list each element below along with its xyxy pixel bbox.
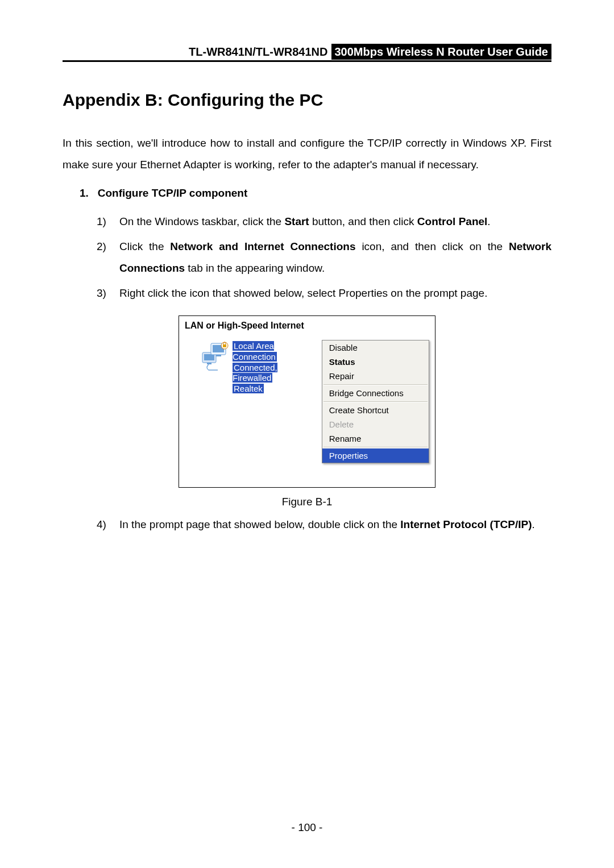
appendix-title: Appendix B: Configuring the PC [63,90,551,110]
xp-conn-adapter: Realtek [233,384,264,393]
intro-paragraph: In this section, we'll introduce how to … [63,132,551,176]
xp-panel-title: LAN or High-Speed Internet [185,321,429,331]
menu-repair[interactable]: Repair [322,369,429,383]
svg-rect-7 [223,344,226,347]
menu-separator [323,401,428,402]
svg-rect-5 [216,355,221,356]
menu-status[interactable]: Status [322,355,429,369]
figure-b1: LAN or High-Speed Internet [63,315,551,508]
step-1-number: 1) [97,211,106,232]
step-4: 4) In the prompt page that showed below,… [97,514,551,535]
xp-panel: LAN or High-Speed Internet [179,315,435,488]
xp-conn-status: Connected, Firewalled [233,363,277,383]
step-1-text: On the Windows taskbar, click the Start … [119,215,491,227]
step-3-number: 3) [97,283,106,304]
section-heading: 1. Configure TCP/IP component [63,187,551,200]
xp-connection-labels: Local Area Connection Connected, Firewal… [233,341,320,394]
menu-separator [323,447,428,447]
svg-rect-2 [207,363,211,364]
step-1: 1) On the Windows taskbar, click the Sta… [97,211,551,232]
menu-delete: Delete [322,417,429,431]
step-4-number: 4) [97,514,106,535]
step-4-text: In the prompt page that showed below, do… [119,518,535,530]
header-guide: 300Mbps Wireless N Router User Guide [331,44,552,60]
section-title: Configure TCP/IP component [98,187,248,199]
step-2-text: Click the Network and Internet Connectio… [119,240,551,274]
xp-context-menu: Disable Status Repair Bridge Connections… [322,340,429,463]
menu-shortcut[interactable]: Create Shortcut [322,403,429,417]
step-3: 3) Right click the icon that showed belo… [97,283,551,304]
figure-caption: Figure B-1 [63,496,551,508]
section-number: 1. [80,187,89,199]
step-2: 2) Click the Network and Internet Connec… [97,236,551,279]
step-3-text: Right click the icon that showed below, … [119,287,487,299]
svg-rect-1 [204,354,214,360]
menu-disable[interactable]: Disable [322,340,429,355]
menu-rename[interactable]: Rename [322,431,429,446]
header-model: TL-WR841N/TL-WR841ND [189,45,331,58]
xp-conn-name: Local Area Connection [233,341,277,362]
page-number: - 100 - [0,821,614,834]
header-bar: TL-WR841N/TL-WR841ND300Mbps Wireless N R… [63,45,551,62]
network-connection-icon [201,341,229,375]
step-2-number: 2) [97,236,106,258]
menu-properties[interactable]: Properties [322,448,429,463]
menu-bridge[interactable]: Bridge Connections [322,386,429,400]
menu-separator [323,384,428,385]
